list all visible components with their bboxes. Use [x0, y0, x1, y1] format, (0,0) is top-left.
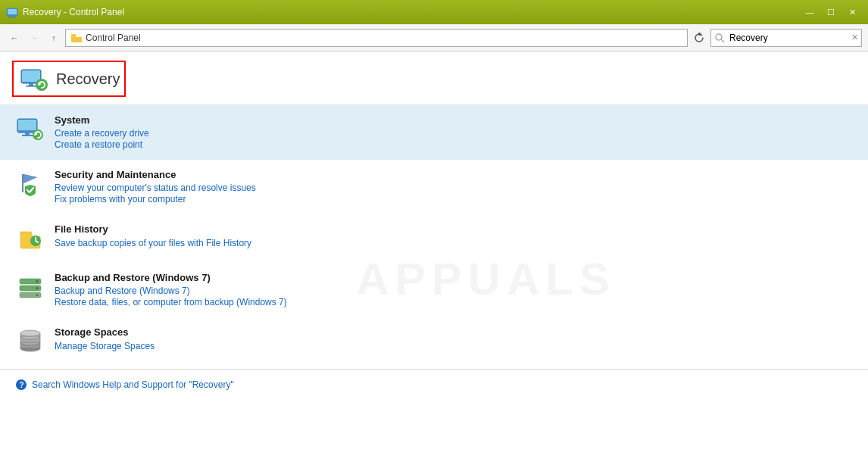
footer-section: ? Search Windows Help and Support for "R…	[0, 369, 868, 400]
help-icon: ?	[15, 379, 27, 391]
storage-desc: Manage Storage Spaces	[55, 341, 155, 351]
svg-rect-17	[25, 133, 30, 135]
svg-rect-16	[18, 120, 36, 130]
address-bar: ← → ↑ Control Panel ✕	[0, 24, 868, 51]
svg-point-13	[36, 79, 48, 91]
backup-restore-link[interactable]: Backup and Restore (Windows 7)	[55, 286, 853, 296]
up-button[interactable]: ↑	[45, 30, 62, 46]
path-segment: Control Panel	[86, 33, 141, 43]
address-path[interactable]: Control Panel	[65, 29, 688, 47]
title-bar: Recovery - Control Panel — ☐ ✕	[0, 0, 868, 24]
review-status-link[interactable]: Review your computer's status and resolv…	[55, 183, 853, 193]
file-history-icon	[15, 223, 45, 254]
list-item[interactable]: Security and Maintenance Review your com…	[0, 160, 868, 214]
search-input[interactable]	[725, 33, 848, 43]
list-item[interactable]: File History Save backup copies of your …	[0, 214, 868, 263]
storage-icon	[15, 326, 45, 357]
maximize-button[interactable]: ☐	[821, 5, 841, 20]
search-box[interactable]: ✕	[710, 29, 862, 47]
search-clear-button[interactable]: ✕	[848, 30, 861, 45]
file-history-content: File History Save backup copies of your …	[55, 223, 853, 248]
fix-problems-link[interactable]: Fix problems with your computer	[55, 194, 853, 204]
svg-marker-6	[699, 33, 701, 35]
system-title: System	[55, 114, 853, 126]
window-icon	[6, 6, 18, 18]
search-icon	[714, 33, 725, 43]
svg-rect-3	[8, 17, 16, 17]
back-button[interactable]: ←	[6, 30, 23, 46]
page-header-highlighted: Recovery	[12, 61, 126, 97]
create-recovery-drive-link[interactable]: Create a recovery drive	[55, 128, 853, 139]
backup-icon	[15, 272, 45, 302]
system-icon	[15, 114, 45, 145]
help-link[interactable]: ? Search Windows Help and Support for "R…	[15, 379, 853, 391]
svg-point-30	[36, 294, 39, 296]
svg-point-28	[36, 287, 39, 289]
create-restore-point-link[interactable]: Create a restore point	[55, 139, 853, 150]
svg-rect-5	[71, 37, 82, 42]
security-content: Security and Maintenance Review your com…	[55, 169, 853, 205]
list-item[interactable]: System Create a recovery drive Create a …	[0, 105, 868, 160]
svg-rect-10	[22, 70, 40, 82]
window-title: Recovery - Control Panel	[23, 7, 800, 17]
svg-rect-11	[29, 83, 33, 86]
system-content: System Create a recovery drive Create a …	[55, 114, 853, 151]
svg-point-37	[20, 330, 40, 336]
storage-content: Storage Spaces Manage Storage Spaces	[55, 326, 853, 351]
restore-data-link[interactable]: Restore data, files, or computer from ba…	[55, 297, 853, 307]
svg-rect-18	[22, 135, 33, 136]
svg-point-26	[36, 280, 39, 282]
close-button[interactable]: ✕	[842, 5, 862, 20]
window-controls: — ☐ ✕	[800, 5, 862, 20]
svg-rect-1	[8, 9, 17, 14]
minimize-button[interactable]: —	[800, 5, 820, 20]
svg-marker-23	[23, 174, 37, 183]
security-title: Security and Maintenance	[55, 169, 853, 180]
svg-point-7	[716, 34, 722, 40]
svg-line-8	[721, 39, 724, 42]
file-history-desc: Save backup copies of your files with Fi…	[55, 238, 251, 248]
file-history-title: File History	[55, 223, 853, 235]
security-icon	[15, 169, 45, 199]
list-item[interactable]: Storage Spaces Manage Storage Spaces	[0, 317, 868, 366]
items-container: System Create a recovery drive Create a …	[0, 105, 868, 366]
main-content: Recovery System Create a recovery drive	[0, 51, 868, 465]
backup-title: Backup and Restore (Windows 7)	[55, 272, 853, 283]
page-header: Recovery	[0, 51, 868, 105]
list-item[interactable]: Backup and Restore (Windows 7) Backup an…	[0, 263, 868, 317]
recovery-icon	[18, 64, 48, 94]
svg-rect-21	[22, 174, 23, 192]
refresh-button[interactable]	[691, 30, 707, 46]
page-title: Recovery	[56, 70, 120, 88]
forward-button[interactable]: →	[26, 30, 42, 46]
help-text: Search Windows Help and Support for "Rec…	[32, 379, 234, 390]
storage-title: Storage Spaces	[55, 326, 853, 338]
svg-rect-12	[26, 86, 36, 87]
backup-content: Backup and Restore (Windows 7) Backup an…	[55, 272, 853, 308]
svg-text:?: ?	[20, 381, 24, 389]
